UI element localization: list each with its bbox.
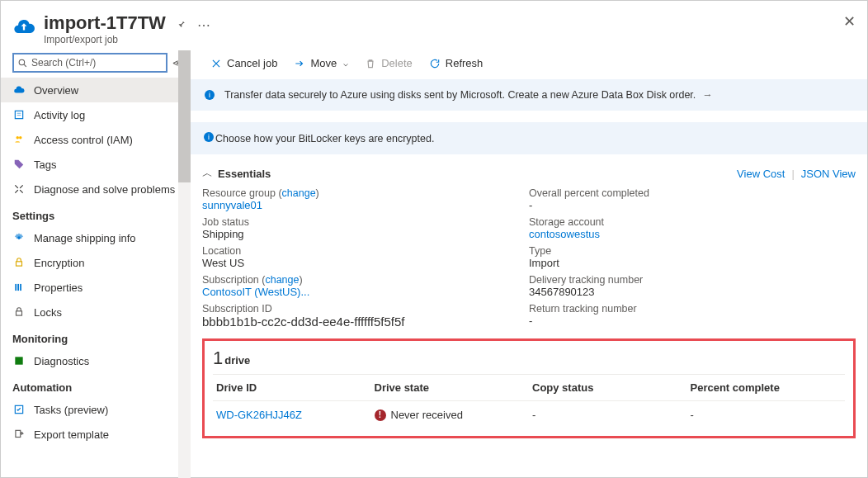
pin-icon[interactable] (171, 17, 189, 35)
view-cost-link[interactable]: View Cost (737, 168, 785, 180)
search-input[interactable]: Search (Ctrl+/) (12, 53, 167, 73)
resource-group-value[interactable]: sunnyvale01 (202, 199, 529, 211)
storage-value[interactable]: contosowestus (529, 228, 856, 240)
drive-label: drive (224, 354, 250, 367)
refresh-button[interactable]: Refresh (422, 54, 490, 73)
page-title: import-1T7TW (44, 12, 166, 34)
resource-type-label: Import/export job (44, 34, 166, 45)
subscription-label: Subscription (change) (202, 274, 529, 286)
svg-rect-13 (15, 357, 22, 364)
overall-label: Overall percent completed (529, 187, 856, 199)
svg-rect-10 (17, 284, 19, 291)
sub-id-value: bbbb1b1b-cc2c-dd3d-ee4e-ffffff5f5f5f (202, 315, 529, 329)
iam-icon (12, 133, 26, 146)
col-drive-state: Drive state (371, 375, 530, 401)
delivery-label: Delivery tracking number (529, 274, 856, 286)
sidebar-item-diagnose[interactable]: Diagnose and solve problems (1, 177, 178, 201)
sidebar-item-iam[interactable]: Access control (IAM) (1, 127, 178, 152)
svg-point-6 (19, 136, 22, 140)
percent-value: - (687, 401, 846, 428)
info-icon: i (202, 130, 215, 146)
drive-state-value: Never received (391, 409, 463, 421)
sidebar-item-activity-log[interactable]: Activity log (1, 102, 178, 127)
overview-icon (12, 83, 26, 97)
sidebar-item-encryption[interactable]: Encryption (1, 250, 178, 275)
svg-rect-9 (15, 284, 17, 291)
section-settings: Settings (1, 201, 191, 225)
sidebar-item-label: Manage shipping info (34, 232, 136, 244)
move-button[interactable]: Move⌵ (287, 54, 355, 73)
sidebar-item-properties[interactable]: Properties (1, 275, 178, 300)
locks-icon (12, 305, 26, 319)
sidebar-item-label: Encryption (34, 257, 84, 269)
svg-point-0 (19, 59, 25, 65)
chevron-up-icon[interactable]: ︿ (202, 166, 213, 181)
return-value: - (529, 315, 856, 327)
cloud-upload-icon (12, 16, 37, 40)
svg-rect-8 (17, 262, 22, 266)
location-label: Location (202, 245, 529, 257)
return-label: Return tracking number (529, 303, 856, 315)
arrow-right-icon: → (702, 89, 713, 101)
sidebar-item-label: Tasks (preview) (34, 404, 108, 416)
sidebar-scrollbar[interactable] (178, 50, 191, 478)
resource-group-label: Resource group (change) (202, 187, 529, 199)
close-icon[interactable]: ✕ (843, 12, 856, 31)
error-icon: ! (375, 409, 386, 421)
col-copy-status: Copy status (529, 375, 687, 401)
info-icon: i (203, 88, 216, 102)
more-icon[interactable]: ⋯ (197, 17, 211, 33)
svg-line-1 (24, 64, 26, 67)
section-monitoring: Monitoring (1, 324, 191, 348)
cancel-job-button[interactable]: Cancel job (204, 54, 284, 73)
job-status-label: Job status (202, 216, 529, 228)
drives-section: 1drive Drive ID Drive state Copy status … (202, 338, 856, 438)
log-icon (12, 108, 26, 121)
section-automation: Automation (1, 373, 191, 397)
svg-rect-11 (20, 284, 21, 291)
json-view-link[interactable]: JSON View (801, 168, 856, 180)
col-percent: Percent complete (687, 375, 846, 401)
sub-id-label: Subscription ID (202, 303, 529, 315)
copy-status-value: - (529, 401, 687, 428)
delivery-value: 34567890123 (529, 286, 856, 298)
gear-icon (12, 231, 26, 244)
sidebar-item-label: Locks (34, 306, 62, 319)
change-rg-link[interactable]: change (282, 187, 316, 199)
type-value: Import (529, 257, 856, 269)
sidebar-item-diagnostics[interactable]: Diagnostics (1, 348, 178, 373)
delete-button: Delete (358, 54, 419, 73)
sidebar-item-export[interactable]: Export template (1, 422, 178, 447)
job-status-value: Shipping (202, 228, 529, 240)
sidebar-item-locks[interactable]: Locks (1, 300, 178, 324)
export-icon (12, 428, 26, 441)
essentials-label: Essentials (218, 168, 271, 180)
sidebar-item-label: Diagnose and solve problems (34, 183, 175, 196)
sidebar-item-label: Export template (34, 428, 109, 441)
sidebar-item-tasks[interactable]: Tasks (preview) (1, 397, 178, 422)
sidebar-item-tags[interactable]: Tags (1, 152, 178, 177)
sidebar-item-shipping[interactable]: Manage shipping info (1, 225, 178, 250)
chevron-down-icon: ⌵ (343, 59, 348, 68)
tags-icon (12, 158, 26, 171)
svg-rect-12 (17, 311, 22, 315)
diagnose-icon (12, 182, 26, 196)
subscription-value[interactable]: ContosoIT (WestUS)... (202, 286, 529, 298)
banner-text: Choose how your BitLocker keys are encry… (215, 133, 434, 144)
properties-icon (12, 281, 26, 294)
drive-id-link[interactable]: WD-GK26HJJ46Z (213, 401, 371, 428)
svg-rect-2 (15, 111, 22, 118)
svg-point-5 (17, 136, 20, 140)
drive-count: 1 (213, 348, 223, 368)
databox-banner[interactable]: i Transfer data securely to Azure using … (191, 79, 867, 111)
search-placeholder: Search (Ctrl+/) (31, 57, 96, 69)
sidebar-item-overview[interactable]: Overview (1, 78, 178, 102)
tasks-icon (12, 403, 26, 416)
change-sub-link[interactable]: change (265, 274, 299, 286)
lock-icon (12, 256, 26, 269)
col-drive-id: Drive ID (213, 375, 371, 401)
bitlocker-banner[interactable]: i Choose how your BitLocker keys are enc… (191, 122, 867, 154)
type-label: Type (529, 245, 856, 257)
sidebar-item-label: Overview (34, 84, 78, 97)
sidebar-item-label: Properties (34, 282, 83, 294)
